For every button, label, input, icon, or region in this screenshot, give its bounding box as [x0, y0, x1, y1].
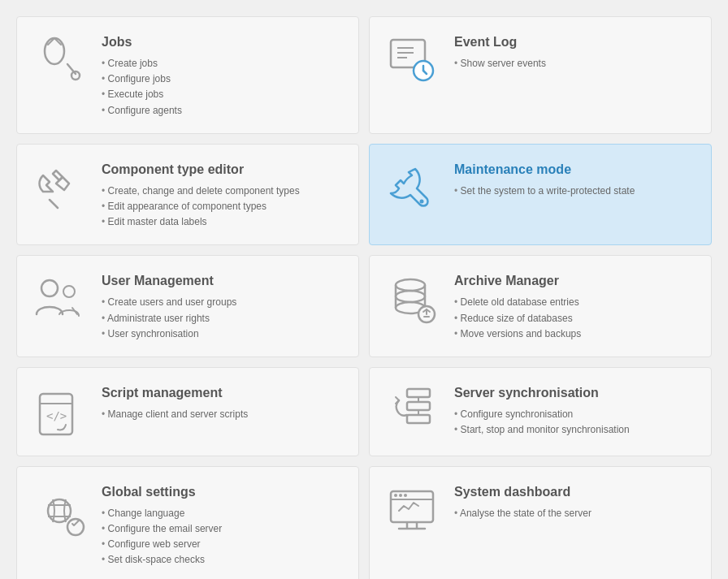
card-script-management[interactable]: </> Script management Manage client and …	[16, 367, 359, 456]
script-management-icon: </>	[30, 382, 89, 441]
list-item: Create jobs	[102, 56, 345, 71]
event-log-title: Event Log	[454, 35, 698, 50]
user-management-content: User Management Create users and user gr…	[102, 270, 345, 342]
maintenance-mode-icon	[383, 159, 441, 218]
component-type-editor-icon	[30, 159, 89, 218]
main-grid: Jobs Create jobsConfigure jobsExecute jo…	[16, 16, 712, 579]
list-item: Show server events	[454, 56, 698, 71]
svg-point-16	[396, 291, 425, 302]
system-dashboard-icon	[383, 482, 441, 540]
svg-point-15	[396, 279, 425, 291]
script-management-title: Script management	[102, 386, 345, 400]
server-synchronisation-icon	[383, 382, 441, 441]
svg-point-13	[63, 286, 75, 297]
maintenance-mode-title: Maintenance mode	[454, 162, 698, 177]
svg-point-36	[399, 494, 402, 497]
event-log-list: Show server events	[454, 56, 698, 71]
maintenance-mode-content: Maintenance mode Set the system to a wri…	[454, 159, 698, 199]
server-synchronisation-list: Configure synchronisationStart, stop and…	[454, 407, 698, 438]
svg-rect-24	[407, 389, 430, 397]
system-dashboard-list: Analyse the state of the server	[454, 506, 698, 521]
archive-manager-list: Delete old database entriesReduce size o…	[454, 295, 698, 342]
list-item: Configure web server	[102, 537, 345, 552]
svg-point-12	[41, 280, 58, 296]
maintenance-mode-list: Set the system to a write-protected stat…	[454, 184, 698, 199]
user-management-icon	[30, 270, 89, 329]
svg-point-0	[45, 38, 64, 64]
jobs-content: Jobs Create jobsConfigure jobsExecute jo…	[102, 32, 345, 119]
list-item: Set disk-space checks	[102, 552, 345, 568]
user-management-title: User Management	[102, 274, 345, 288]
list-item: Set the system to a write-protected stat…	[454, 184, 698, 199]
server-synchronisation-title: Server synchronisation	[454, 386, 698, 400]
card-maintenance-mode[interactable]: Maintenance mode Set the system to a wri…	[369, 144, 712, 246]
card-global-settings[interactable]: Global settings Change languageConfigure…	[16, 466, 359, 579]
list-item: Move versions and backups	[454, 326, 698, 342]
jobs-title: Jobs	[102, 35, 345, 50]
user-management-list: Create users and user groupsAdministrate…	[102, 295, 345, 342]
card-user-management[interactable]: User Management Create users and user gr…	[16, 255, 359, 357]
list-item: Edit master data labels	[102, 214, 345, 230]
card-event-log[interactable]: Event Log Show server events	[369, 16, 712, 134]
archive-manager-title: Archive Manager	[454, 274, 698, 288]
global-settings-title: Global settings	[102, 485, 345, 499]
list-item: User synchronisation	[102, 326, 345, 342]
svg-point-37	[404, 494, 407, 497]
svg-rect-28	[407, 415, 430, 423]
list-item: Execute jobs	[102, 87, 345, 102]
list-item: Configure agents	[102, 103, 345, 119]
list-item: Delete old database entries	[454, 295, 698, 310]
svg-point-35	[394, 494, 397, 497]
list-item: Create users and user groups	[102, 295, 345, 310]
card-server-synchronisation[interactable]: Server synchronisation Configure synchro…	[369, 367, 712, 456]
list-item: Edit appearance of component types	[102, 199, 345, 214]
svg-point-11	[420, 199, 424, 203]
card-jobs[interactable]: Jobs Create jobsConfigure jobsExecute jo…	[16, 16, 359, 134]
card-archive-manager[interactable]: Archive Manager Delete old database entr…	[369, 255, 712, 357]
event-log-icon	[383, 32, 441, 90]
list-item: Create, change and delete component type…	[102, 184, 345, 199]
list-item: Analyse the state of the server	[454, 506, 698, 521]
list-item: Change language	[102, 506, 345, 521]
global-settings-icon	[30, 482, 89, 540]
card-system-dashboard[interactable]: System dashboard Analyse the state of th…	[369, 466, 712, 579]
list-item: Reduce size of databases	[454, 311, 698, 326]
global-settings-list: Change languageConfigure the email serve…	[102, 506, 345, 568]
component-type-editor-list: Create, change and delete component type…	[102, 184, 345, 231]
list-item: Administrate user rights	[102, 311, 345, 326]
archive-manager-content: Archive Manager Delete old database entr…	[454, 270, 698, 342]
svg-point-29	[48, 499, 71, 522]
svg-point-32	[67, 519, 84, 535]
jobs-icon	[30, 32, 89, 90]
script-management-content: Script management Manage client and serv…	[102, 382, 345, 422]
server-synchronisation-content: Server synchronisation Configure synchro…	[454, 382, 698, 438]
component-type-editor-title: Component type editor	[102, 162, 345, 177]
system-dashboard-content: System dashboard Analyse the state of th…	[454, 482, 698, 521]
archive-manager-icon	[383, 270, 441, 329]
jobs-list: Create jobsConfigure jobsExecute jobsCon…	[102, 56, 345, 119]
list-item: Configure jobs	[102, 71, 345, 87]
list-item: Start, stop and monitor synchronisation	[454, 422, 698, 438]
list-item: Configure synchronisation	[454, 407, 698, 422]
list-item: Configure the email server	[102, 521, 345, 537]
system-dashboard-title: System dashboard	[454, 485, 698, 499]
svg-rect-26	[407, 402, 430, 410]
event-log-content: Event Log Show server events	[454, 32, 698, 71]
component-type-editor-content: Component type editor Create, change and…	[102, 159, 345, 231]
list-item: Manage client and server scripts	[102, 407, 345, 422]
card-component-type-editor[interactable]: Component type editor Create, change and…	[16, 144, 359, 246]
svg-text:</>: </>	[46, 409, 67, 422]
global-settings-content: Global settings Change languageConfigure…	[102, 482, 345, 568]
script-management-list: Manage client and server scripts	[102, 407, 345, 422]
